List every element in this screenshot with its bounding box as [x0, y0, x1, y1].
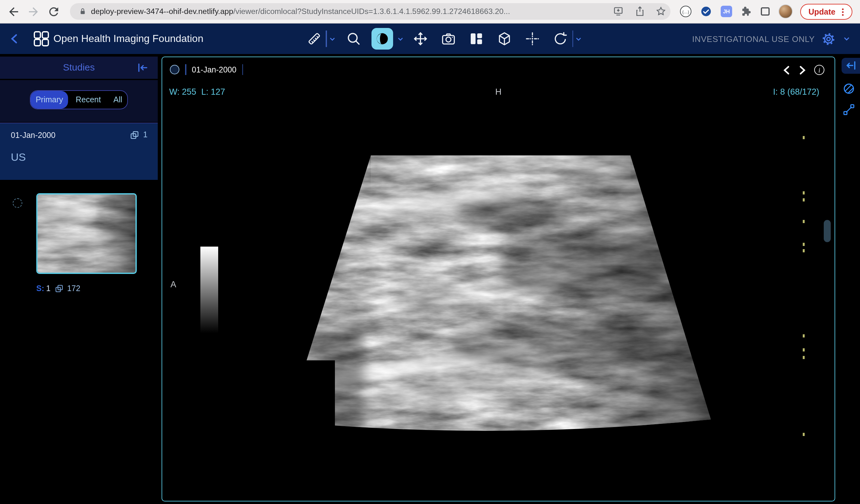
depth-marker: [803, 433, 804, 436]
padlock-icon: [78, 7, 87, 16]
zoom-tool-icon[interactable]: [346, 31, 361, 46]
more-tools-chevron-icon[interactable]: [574, 35, 583, 43]
wl-dropdown-chevron-icon[interactable]: [396, 35, 404, 43]
study-date: 01-Jan-2000: [11, 131, 55, 139]
address-bar[interactable]: deploy-preview-3474--ohif-dev.netlify.ap…: [70, 3, 671, 20]
orientation-marker-top: H: [162, 87, 834, 97]
capture-camera-icon[interactable]: [441, 31, 456, 46]
settings-gear-icon[interactable]: [821, 31, 836, 46]
ultrasound-image: [162, 57, 835, 502]
settings-chevron-icon[interactable]: [842, 34, 851, 43]
depth-marker: [803, 249, 804, 252]
bookmark-star-icon[interactable]: [655, 6, 666, 17]
mode-label: INVESTIGATIONAL USE ONLY: [692, 34, 815, 44]
instances-stack-icon: [55, 284, 64, 293]
browser-reload-icon[interactable]: [47, 5, 60, 18]
update-label: Update: [808, 7, 835, 16]
study-filter-tab-group: Primary Recent All: [30, 90, 128, 109]
study-modality: US: [11, 151, 26, 164]
series-label: S:: [36, 284, 44, 293]
viewport-nav-controls: i: [783, 65, 825, 75]
devtools-glyph: {…}: [682, 9, 689, 14]
thumbnail-caption: S: 1 172: [36, 284, 81, 293]
window-level-icon: [374, 31, 390, 46]
chrome-update-button[interactable]: Update: [800, 4, 852, 20]
expand-right-panel-button[interactable]: [842, 58, 860, 73]
studies-panel-header: Studies: [0, 57, 158, 78]
depth-marker: [803, 243, 804, 246]
browser-forward-icon[interactable]: [27, 5, 40, 18]
reset-view-icon[interactable]: [553, 31, 568, 46]
toolbar-divider: [326, 30, 327, 47]
crosshairs-icon[interactable]: [525, 31, 540, 46]
image-index-overlay: I: 8 (68/172): [773, 87, 819, 97]
viewport-study-date: 01-Jan-2000: [192, 65, 236, 74]
pan-tool-icon[interactable]: [413, 31, 428, 46]
next-series-icon[interactable]: [798, 65, 806, 75]
url-text: deploy-preview-3474--ohif-dev.netlify.ap…: [91, 3, 510, 20]
active-viewport[interactable]: 01-Jan-2000 i W: 255 L: 127 H A I: 8 (68…: [161, 57, 835, 502]
collapse-panel-icon[interactable]: [137, 62, 149, 74]
viewport-status-icon[interactable]: [170, 65, 180, 74]
depth-marker: [803, 136, 804, 139]
stack-scrollbar-thumb[interactable]: [824, 220, 831, 242]
thumbnail-ultrasound-image: [38, 194, 135, 273]
depth-marker: [803, 198, 804, 202]
tab-primary[interactable]: Primary: [30, 91, 68, 109]
measure-dropdown-chevron-icon[interactable]: [328, 35, 336, 43]
thumbnail-tracking-status-icon: [13, 198, 22, 208]
series-count-value: 1: [143, 130, 147, 139]
ohif-viewer-app: deploy-preview-3474--ohif-dev.netlify.ap…: [0, 0, 860, 504]
segmentation-panel-icon[interactable]: [843, 83, 855, 95]
primary-toolbar: [306, 24, 583, 54]
orientation-marker-left: A: [171, 280, 176, 289]
header-right: INVESTIGATIONAL USE ONLY: [692, 24, 851, 54]
info-icon[interactable]: i: [814, 65, 825, 75]
profile-avatar[interactable]: [778, 4, 792, 18]
study-series-count: 1: [130, 130, 147, 139]
tab-all[interactable]: All: [109, 91, 127, 109]
study-filter-tabs-panel: Primary Recent All: [0, 80, 158, 122]
prev-series-icon[interactable]: [783, 65, 791, 75]
extensions-puzzle-icon[interactable]: [741, 6, 752, 17]
share-icon[interactable]: [634, 6, 646, 17]
window-level-tool-active[interactable]: [371, 28, 393, 49]
overlay-divider: [185, 64, 186, 75]
url-domain: deploy-preview-3474--ohif-dev.netlify.ap…: [91, 7, 233, 16]
side-panel-icon[interactable]: [760, 6, 771, 17]
series-stack-icon: [130, 130, 139, 139]
ohif-logo-icon: [33, 30, 49, 47]
app-header: Open Health Imaging Foundation: [0, 24, 860, 54]
toolbar-divider: [572, 30, 573, 47]
jh-label: JH: [723, 8, 730, 15]
measurements-panel-icon[interactable]: [843, 104, 855, 116]
overlay-divider: [242, 64, 243, 75]
devtools-extension-icon[interactable]: {…}: [680, 6, 691, 17]
back-to-studylist-icon[interactable]: [9, 33, 20, 44]
tab-recent[interactable]: Recent: [68, 91, 108, 109]
measure-tools-icon[interactable]: [306, 31, 322, 46]
study-list-item[interactable]: 01-Jan-2000 1 US: [0, 122, 158, 180]
browser-toolbar: deploy-preview-3474--ohif-dev.netlify.ap…: [0, 0, 860, 24]
expand-panel-icon: [845, 61, 857, 71]
browser-menu-icon: [838, 8, 847, 16]
depth-marker: [803, 334, 804, 338]
layout-grid-icon[interactable]: [469, 31, 484, 46]
mpr-3d-cube-icon[interactable]: [497, 31, 512, 46]
depth-marker: [803, 348, 804, 352]
install-app-icon[interactable]: [613, 6, 624, 17]
jh-extension-icon[interactable]: JH: [721, 6, 732, 17]
studies-panel-title: Studies: [0, 57, 158, 78]
depth-marker: [803, 191, 804, 194]
info-glyph: i: [818, 66, 820, 73]
depth-marker: [803, 356, 804, 359]
check-badge-extension-icon[interactable]: [700, 6, 712, 17]
browser-back-icon[interactable]: [7, 5, 20, 18]
depth-marker: [803, 220, 804, 223]
series-thumbnail[interactable]: [36, 193, 137, 274]
grayscale-reference-bar: [200, 247, 218, 333]
series-number: 1: [46, 284, 51, 293]
app-title: Open Health Imaging Foundation: [54, 24, 203, 54]
viewport-header: 01-Jan-2000: [170, 64, 243, 75]
url-path: /viewer/dicomlocal?StudyInstanceUIDs=1.3…: [233, 7, 510, 16]
